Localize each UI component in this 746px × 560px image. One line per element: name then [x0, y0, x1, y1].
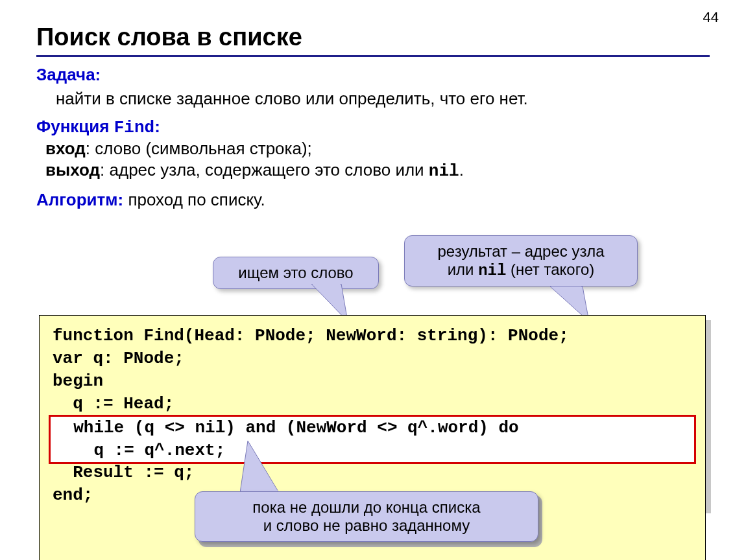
callout-loop-line2: и слово не равно заданному [207, 517, 526, 535]
code-l4: q := Head; [53, 394, 174, 414]
input-text: : слово (символьная строка); [86, 139, 312, 158]
page-number: 44 [703, 9, 719, 26]
callout-search-word-text: ищем это слово [238, 264, 353, 281]
callout-result-nil: nil [478, 262, 506, 279]
input-line: вход: слово (символьная строка); [45, 139, 710, 159]
code-l2: var q: PNode; [53, 349, 184, 368]
highlight-overlay: while (q <> nil) and (NewWord <> q^.word… [49, 415, 695, 463]
slide: 44 Поиск слова в списке Задача: найти в … [0, 0, 746, 560]
task-text: найти в списке заданное слово или опреде… [56, 88, 710, 110]
output-nil: nil [429, 161, 459, 181]
hl-l6: q := q^.next; [53, 441, 225, 460]
hl-l5: while (q <> nil) and (NewWord <> q^.word… [53, 418, 519, 438]
callout-result-line2: или nil (нет такого) [416, 261, 625, 279]
callout-result-line1: результат – адрес узла [416, 242, 625, 261]
callout-result-post: (нет такого) [506, 261, 594, 278]
code-l7: Result := q; [53, 463, 194, 482]
callout-search-word: ищем это слово [213, 257, 379, 289]
callout-loop-line1: пока не дошли до конца списка [207, 498, 526, 517]
slide-title: Поиск слова в списке [36, 23, 710, 51]
func-label-suffix: : [154, 117, 160, 136]
output-label: выход [45, 160, 100, 180]
algo-label: Алгоритм: [36, 190, 123, 209]
code-l3: begin [53, 371, 103, 391]
func-name: Find [114, 118, 154, 137]
output-text-1: : адрес узла, содержащего это слово или [100, 160, 429, 180]
callout-result-or: или [448, 261, 478, 278]
task-label: Задача: [36, 65, 101, 84]
func-label-prefix: Функция [36, 117, 114, 136]
code-l8: end; [53, 485, 93, 505]
title-rule [36, 55, 710, 57]
output-text-2: . [459, 160, 464, 180]
algo-text: проход по списку. [123, 190, 265, 209]
output-line: выход: адрес узла, содержащего это слово… [45, 160, 710, 181]
callout-loop-cond: пока не дошли до конца списка и слово не… [195, 491, 538, 542]
callout-result: результат – адрес узла или nil (нет тако… [404, 235, 638, 286]
input-label: вход [45, 139, 86, 158]
code-l1: function Find(Head: PNode; NewWord: stri… [53, 326, 569, 345]
